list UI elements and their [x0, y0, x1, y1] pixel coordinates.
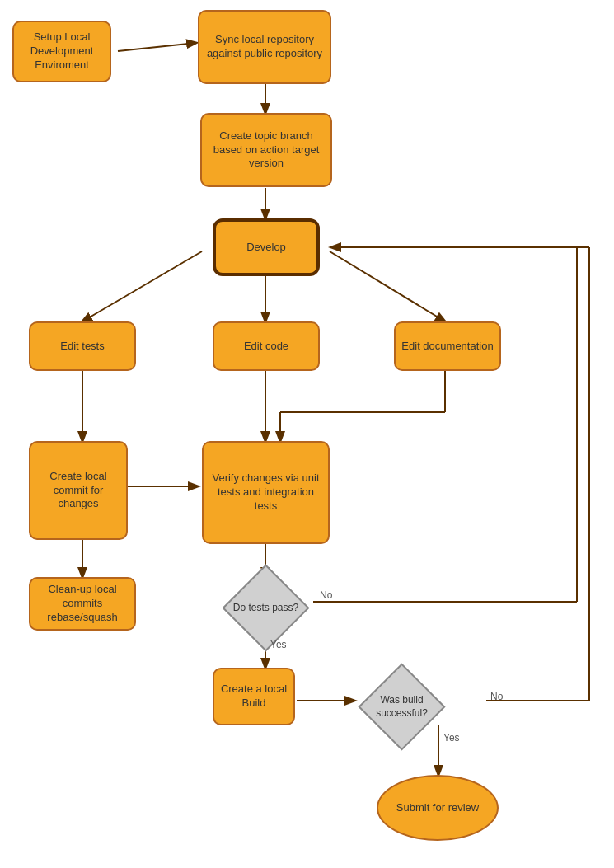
cleanup-node: Clean-up local commits rebase/squash: [29, 577, 136, 631]
create-commit-node: Create local commit for changes: [29, 441, 128, 540]
yes2-label: Yes: [443, 732, 460, 744]
svg-line-3: [82, 251, 202, 321]
flowchart: Setup Local Development Enviroment Sync …: [0, 0, 614, 868]
no1-label: No: [320, 589, 332, 601]
topic-node: Create topic branch based on action targ…: [200, 113, 332, 187]
verify-node: Verify changes via unit tests and integr…: [202, 441, 330, 544]
submit-node: Submit for review: [377, 775, 499, 841]
no2-label: No: [490, 691, 503, 702]
do-tests-diamond: [222, 564, 309, 651]
edit-code-node: Edit code: [213, 321, 320, 371]
setup-node: Setup Local Development Enviroment: [12, 21, 111, 82]
edit-docs-node: Edit documentation: [394, 321, 501, 371]
create-build-node: Create a local Build: [213, 668, 295, 725]
svg-line-0: [118, 43, 196, 51]
svg-line-5: [330, 251, 445, 321]
was-build-diamond: [358, 663, 445, 750]
sync-node: Sync local repository against public rep…: [198, 10, 331, 84]
edit-tests-node: Edit tests: [29, 321, 136, 371]
develop-node: Develop: [213, 218, 320, 276]
yes1-label: Yes: [270, 639, 287, 650]
